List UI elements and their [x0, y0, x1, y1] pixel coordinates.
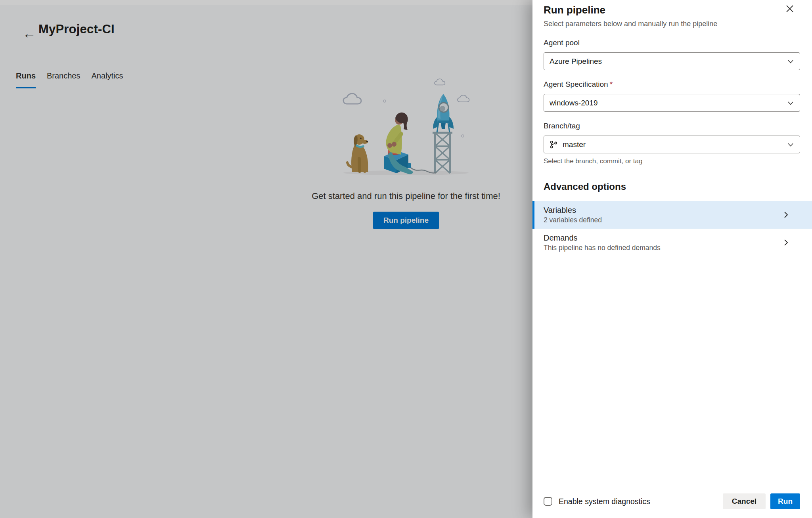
- enable-system-diagnostics-label[interactable]: Enable system diagnostics: [559, 497, 723, 506]
- panel-title: Run pipeline: [544, 3, 802, 17]
- variables-row-title: Variables: [544, 205, 782, 215]
- variables-row[interactable]: Variables 2 variables defined: [532, 201, 812, 229]
- branch-tag-field: Branch/tag master: [532, 121, 812, 165]
- agent-pool-dropdown[interactable]: Azure Pipelines: [544, 52, 800, 70]
- run-pipeline-panel: Run pipeline Select parameters below and…: [532, 0, 812, 518]
- branch-tag-label: Branch/tag: [544, 121, 800, 131]
- required-asterisk: *: [610, 80, 613, 88]
- branch-tag-helper: Select the branch, commit, or tag: [544, 157, 800, 165]
- advanced-options-list: Variables 2 variables defined Demands Th…: [532, 201, 812, 256]
- demands-row-subtitle: This pipeline has no defined demands: [544, 244, 782, 252]
- demands-row[interactable]: Demands This pipeline has no defined dem…: [532, 229, 812, 256]
- branch-tag-value: master: [563, 140, 787, 149]
- run-button[interactable]: Run: [770, 493, 800, 509]
- agent-specification-value: windows-2019: [550, 99, 787, 107]
- agent-pool-label: Agent pool: [544, 38, 800, 48]
- chevron-right-icon: [782, 211, 790, 219]
- git-branch-icon: [550, 140, 558, 149]
- agent-pool-value: Azure Pipelines: [550, 57, 787, 66]
- chevron-right-icon: [782, 239, 790, 247]
- panel-footer: Enable system diagnostics Cancel Run: [532, 493, 812, 518]
- advanced-options-heading: Advanced options: [532, 181, 812, 192]
- branch-tag-dropdown[interactable]: master: [544, 136, 800, 153]
- variables-row-subtitle: 2 variables defined: [544, 216, 782, 224]
- panel-body: Agent pool Azure Pipelines Agent Specifi…: [532, 29, 812, 493]
- agent-specification-dropdown[interactable]: windows-2019: [544, 94, 800, 112]
- chevron-down-icon: [787, 99, 794, 107]
- close-icon: [785, 4, 795, 13]
- cancel-button[interactable]: Cancel: [723, 493, 766, 509]
- chevron-down-icon: [787, 141, 794, 148]
- enable-system-diagnostics-checkbox[interactable]: [544, 497, 552, 506]
- agent-specification-field: Agent Specification* windows-2019: [532, 80, 812, 112]
- chevron-down-icon: [787, 58, 794, 65]
- agent-specification-label: Agent Specification: [544, 80, 608, 88]
- agent-pool-field: Agent pool Azure Pipelines: [532, 38, 812, 70]
- screen: ← MyProject-CI Runs Branches Analytics: [0, 0, 812, 518]
- panel-subtitle: Select parameters below and manually run…: [544, 19, 802, 29]
- close-button[interactable]: [783, 2, 797, 16]
- panel-header: Run pipeline Select parameters below and…: [532, 0, 812, 29]
- demands-row-title: Demands: [544, 233, 782, 243]
